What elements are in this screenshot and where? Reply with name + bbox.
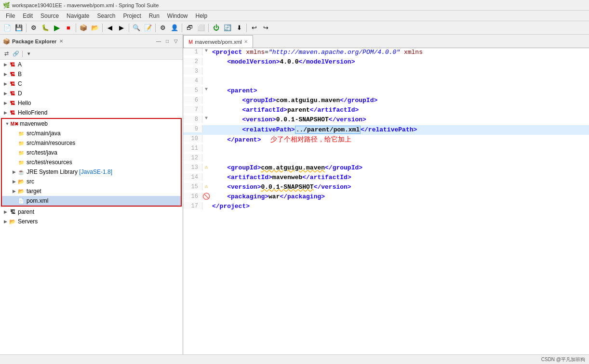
toolbar-sep-3 xyxy=(102,24,103,32)
back-btn[interactable]: ↩ xyxy=(249,23,259,33)
line-marker-5[interactable]: ▼ xyxy=(202,87,210,92)
search-btn[interactable]: 🔍 xyxy=(131,23,142,33)
menu-item-file[interactable]: File xyxy=(2,12,19,20)
toolbar-sep-5 xyxy=(155,24,156,32)
menu-item-help[interactable]: Help xyxy=(192,12,212,20)
tree-item-src-main-java[interactable]: 📁 src/main/java xyxy=(2,129,181,138)
pe-link-btn[interactable]: 🔗 xyxy=(12,50,20,58)
menu-item-window[interactable]: Window xyxy=(163,12,192,20)
tree-icon-smr: 📁 xyxy=(17,139,25,147)
tree-label-parent: parent xyxy=(18,208,34,215)
run-btn[interactable]: ▶ xyxy=(52,23,62,33)
restore-btn[interactable]: □ xyxy=(163,38,171,45)
new-btn[interactable]: 📄 xyxy=(2,23,13,33)
tree-icon-jre: ☕ xyxy=(17,168,25,176)
main-layout: 📦 Package Explorer ✕ — □ ▽ ⇄ 🔗 ▾ ▶ 🏗 A xyxy=(0,35,589,354)
tree-arrow-target: ▶ xyxy=(11,189,17,194)
tab-close-pom[interactable]: ✕ xyxy=(244,39,248,44)
tree-item-target[interactable]: ▶ 📂 target xyxy=(2,186,181,196)
maximize-btn[interactable]: ⬜ xyxy=(196,23,206,33)
tree-item-Hello[interactable]: ▶ 🏗 Hello xyxy=(0,98,183,108)
line-num-13: 13 xyxy=(183,164,202,171)
forward-btn[interactable]: ↪ xyxy=(260,23,271,33)
debug-btn[interactable]: 🐛 xyxy=(40,23,51,33)
line-content-15: <version>0.0.1-SNAPSHOT</version> xyxy=(210,183,589,191)
tree-item-src[interactable]: ▶ 📂 src xyxy=(2,177,181,186)
tree-item-mavenweb[interactable]: ▼ M✖ mavenweb xyxy=(2,119,181,129)
tree-item-C[interactable]: ▶ 🏗 C xyxy=(0,79,183,89)
code-editor[interactable]: 1 ▼ <project xmlns="http://maven.apache.… xyxy=(183,48,589,354)
stop-btn[interactable]: ■ xyxy=(63,23,74,33)
line-marker-15: ⚠ xyxy=(202,183,210,189)
code-line-14: 14 <artifactId>mavenweb</artifactId> xyxy=(183,173,589,183)
tree-item-src-test-java[interactable]: 📁 src/test/java xyxy=(2,148,181,157)
prev-edit-btn[interactable]: ◀ xyxy=(105,23,115,33)
tree-item-pomxml[interactable]: 📄 pom.xml xyxy=(2,196,181,206)
tree-item-D[interactable]: ▶ 🏗 D xyxy=(0,89,183,98)
tree-item-jre[interactable]: ▶ ☕ JRE System Library [JavaSE-1.8] xyxy=(2,167,181,177)
line-content-9: <relativePath>../parent/pom.xml</relativ… xyxy=(210,125,589,134)
open-type-btn[interactable]: 📦 xyxy=(78,23,89,33)
tree-label-pom: pom.xml xyxy=(27,197,48,204)
tree-label-str: src/test/resources xyxy=(27,159,72,166)
package-explorer-panel: 📦 Package Explorer ✕ — □ ▽ ⇄ 🔗 ▾ ▶ 🏗 A xyxy=(0,35,183,354)
tree-icon-HelloFriend: 🏗 xyxy=(9,109,16,117)
next-edit-btn[interactable]: ▶ xyxy=(116,23,127,33)
status-text: CSDN @平凡加班狗 xyxy=(541,356,585,363)
download-btn[interactable]: ⬇ xyxy=(234,23,244,33)
tree-item-B[interactable]: ▶ 🏗 B xyxy=(0,69,183,79)
toolbar-sep-4 xyxy=(129,24,129,32)
refresh-btn[interactable]: ⚙ xyxy=(28,23,39,33)
profile-btn[interactable]: 👤 xyxy=(169,23,180,33)
tab-label-pom: mavenweb/pom.xml xyxy=(195,39,242,45)
settings-btn[interactable]: ⚙ xyxy=(158,23,168,33)
line-marker-1[interactable]: ▼ xyxy=(202,48,210,53)
tree-icon-str: 📁 xyxy=(17,158,25,166)
panel-explorer-title: Package Explorer xyxy=(12,39,56,44)
tab-icon-pom: M xyxy=(188,39,193,45)
tree-item-src-test-resources[interactable]: 📁 src/test/resources xyxy=(2,157,181,167)
tree-icon-servers: 📂 xyxy=(9,218,16,225)
annotation-btn[interactable]: 📝 xyxy=(143,23,153,33)
update-btn[interactable]: 🔄 xyxy=(222,23,233,33)
tree-item-A[interactable]: ▶ 🏗 A xyxy=(0,60,183,69)
tree-view[interactable]: ▶ 🏗 A ▶ 🏗 B ▶ 🏗 C ▶ 🏗 D ▶ 🏗 xyxy=(0,60,183,354)
pe-collapse-all-btn[interactable]: ⇄ xyxy=(2,50,11,58)
panel-explorer-close[interactable]: ✕ xyxy=(59,39,63,44)
menu-item-run[interactable]: Run xyxy=(145,12,163,20)
line-num-12: 12 xyxy=(183,154,202,161)
power-btn[interactable]: ⏻ xyxy=(211,23,221,33)
code-line-13: 13 ⚠ <groupId>com.atguigu.maven</groupId… xyxy=(183,164,589,173)
line-num-9: 9 xyxy=(183,125,202,132)
tree-label-jre: JRE System Library [JavaSE-1.8] xyxy=(27,169,112,175)
tree-item-parent[interactable]: ▶ 🏗 parent xyxy=(0,207,183,217)
tree-arrow-D: ▶ xyxy=(2,91,9,96)
pe-dropdown-btn[interactable]: ▾ xyxy=(25,50,33,58)
line-num-4: 4 xyxy=(183,77,202,84)
line-content-11 xyxy=(210,144,589,145)
save-btn[interactable]: 💾 xyxy=(13,23,24,33)
line-content-5: <parent> xyxy=(210,87,589,94)
menu-item-project[interactable]: Project xyxy=(119,12,145,20)
line-marker-8[interactable]: ▼ xyxy=(202,116,210,121)
tree-item-servers[interactable]: ▶ 📂 Servers xyxy=(0,217,183,226)
line-num-10: 10 xyxy=(183,135,202,142)
line-num-6: 6 xyxy=(183,96,202,104)
pe-toolbar: ⇄ 🔗 ▾ xyxy=(0,48,183,60)
menu-item-navigate[interactable]: Navigate xyxy=(63,12,93,20)
editor-tabs: M mavenweb/pom.xml ✕ xyxy=(183,35,589,48)
code-line-6: 6 <groupId>com.atguigu.maven</groupId> xyxy=(183,96,589,106)
view-menu-btn[interactable]: ▽ xyxy=(172,38,180,45)
line-content-13: <groupId>com.atguigu.maven</groupId> xyxy=(210,164,589,171)
open-resource-btn[interactable]: 📂 xyxy=(90,23,100,33)
menu-item-search[interactable]: Search xyxy=(93,12,119,20)
menu-item-source[interactable]: Source xyxy=(37,12,63,20)
menu-item-edit[interactable]: Edit xyxy=(19,12,37,20)
line-num-8: 8 xyxy=(183,116,202,123)
tree-label-Hello: Hello xyxy=(18,100,31,106)
perspective-btn[interactable]: 🗗 xyxy=(184,23,195,33)
editor-tab-pom[interactable]: M mavenweb/pom.xml ✕ xyxy=(183,35,253,48)
tree-item-src-main-resources[interactable]: 📁 src/main/resources xyxy=(2,138,181,148)
collapse-btn[interactable]: — xyxy=(155,38,162,45)
tree-item-HelloFriend[interactable]: ▶ 🏗 HelloFriend xyxy=(0,108,183,117)
